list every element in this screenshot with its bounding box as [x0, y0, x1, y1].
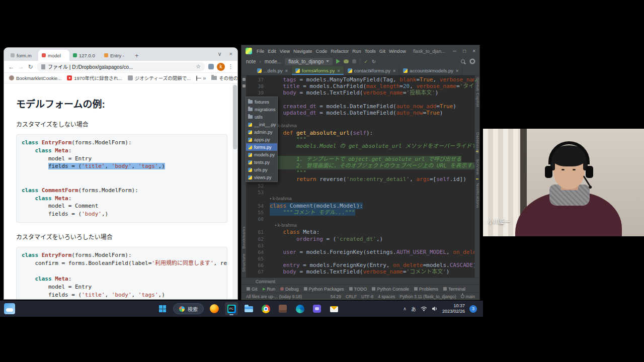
tree-item-admin[interactable]: admin.py	[246, 128, 277, 136]
tray-chevron-icon[interactable]: ∧	[403, 306, 407, 311]
profile-avatar[interactable]: k	[217, 63, 225, 71]
stop-icon[interactable]	[352, 59, 356, 63]
taskbar-app-pycharm[interactable]	[225, 302, 238, 315]
line-separator[interactable]: CRLF	[346, 294, 357, 299]
minimize-icon[interactable]: ─	[453, 48, 456, 54]
code-line[interactable]: 46 models.Model の get_absolute_url メソッドを…	[247, 143, 474, 149]
menu-code[interactable]: Code	[315, 48, 328, 54]
other-bookmarks-folder[interactable]: その他のブックマーク	[211, 74, 237, 81]
taskbar-app-purple[interactable]	[310, 302, 324, 315]
tree-item-views[interactable]: views.py	[246, 173, 277, 181]
volume-icon[interactable]	[432, 306, 438, 311]
code-line[interactable]: 47	[247, 149, 474, 156]
globe-icon[interactable]	[196, 75, 197, 81]
indent-setting[interactable]: 4 spaces	[378, 294, 395, 299]
tool-button-python-console[interactable]: Python Console	[372, 287, 409, 292]
editor-tab-contact-forms[interactable]: contact¥forms.py ×	[344, 66, 400, 75]
close-tab-icon[interactable]: ×	[393, 68, 395, 73]
editor-tab-forms[interactable]: forms¥forms.py ×	[292, 66, 344, 75]
menu-file[interactable]: File	[256, 48, 265, 54]
editor-tab-models[interactable]: ...dels.py ×	[242, 66, 292, 75]
new-tab-button[interactable]: +	[135, 52, 139, 59]
search-everywhere-icon[interactable]	[461, 59, 465, 63]
tool-button-problems[interactable]: Problems	[414, 287, 438, 292]
close-tab-icon[interactable]: ×	[337, 68, 340, 73]
browser-tab-form[interactable]: form.m	[7, 50, 38, 61]
bookmark-star-icon[interactable]: ☆	[196, 63, 201, 70]
code-line[interactable]: 67 body = models.TextField(verbose_name=…	[247, 268, 474, 275]
tree-item-forms-selected[interactable]: forms.py	[246, 143, 277, 151]
tree-item-apps[interactable]: apps.py	[246, 136, 277, 143]
sciview-tool-label[interactable]: SciView	[475, 159, 479, 175]
tool-button-terminal[interactable]: Terminal	[443, 287, 465, 292]
code-line[interactable]: 37 tags = models.ManyToManyField(Tag, bl…	[247, 76, 474, 83]
start-button[interactable]	[156, 302, 169, 315]
forward-icon[interactable]: →	[18, 63, 24, 70]
widgets-icon[interactable]	[4, 303, 15, 314]
code-editor[interactable]: 37 tags = models.ManyToManyField(Tag, bl…	[247, 75, 474, 278]
commit-icon[interactable]: ✓	[364, 59, 368, 64]
code-line[interactable]: 40	[247, 97, 474, 103]
code-line[interactable]: 63	[247, 242, 474, 249]
project-tool-icon[interactable]	[243, 78, 246, 81]
extension-icon[interactable]	[208, 64, 214, 69]
menu-view[interactable]: View	[279, 48, 290, 54]
taskbar-app-firefox[interactable]	[208, 302, 221, 315]
tree-item-migrations[interactable]: migrations	[246, 106, 277, 113]
run-button[interactable]	[336, 59, 340, 64]
menu-tools[interactable]: Tools	[364, 48, 376, 54]
code-line[interactable]: 55 """コメント モデル..."""	[247, 209, 474, 216]
code-line[interactable]: ▪ k-brahma	[247, 222, 474, 229]
navbar-project[interactable]: note	[246, 59, 256, 64]
close-tab-icon[interactable]: ×	[456, 68, 458, 73]
git-branch-widget[interactable]: main	[461, 294, 475, 299]
code-line[interactable]: 51 return reverse('note:entry_detail', a…	[247, 176, 474, 183]
code-line[interactable]: 50 """	[247, 169, 474, 176]
taskbar-app-edge[interactable]	[293, 302, 306, 315]
tool-button-todo[interactable]: TODO	[349, 287, 367, 292]
browser-menu-icon[interactable]: ⋮	[228, 63, 233, 70]
tool-button-git[interactable]: Git	[247, 287, 258, 292]
debug-button[interactable]	[344, 59, 349, 63]
scrollbar-thumb[interactable]	[233, 85, 237, 149]
file-encoding[interactable]: UTF-8	[361, 294, 373, 299]
taskbar-app-notebook[interactable]	[276, 302, 289, 315]
code-line[interactable]: 48 1. テンプレートで object.get_absolute_url で呼…	[247, 156, 474, 162]
code-line[interactable]: 60	[247, 216, 474, 222]
structure-tool-label[interactable]: Structure	[242, 253, 247, 272]
code-line[interactable]: ▪ k-brahma	[247, 196, 474, 202]
tree-item-urls[interactable]: urls.py	[246, 166, 277, 173]
code-line[interactable]: 64 user = models.ForeignKey(settings.AUT…	[247, 249, 474, 255]
tree-item-tests[interactable]: tests.py	[246, 158, 277, 166]
bookmarks-overflow-icon[interactable]: »	[203, 75, 206, 81]
maximize-icon[interactable]: □	[463, 48, 466, 54]
taskbar-app-mail[interactable]	[328, 302, 341, 315]
code-line[interactable]: 66 entry = models.ForeignKey(Entry, on_d…	[247, 262, 474, 268]
inspections-ok-icon[interactable]: ✓	[474, 78, 478, 83]
tool-button-python-packages[interactable]: Python Packages	[304, 287, 344, 292]
navbar-file[interactable]: mode...	[265, 59, 281, 64]
settings-gear-icon[interactable]	[470, 59, 475, 64]
breadcrumb[interactable]: Comment	[242, 278, 479, 285]
menu-git[interactable]: Git	[379, 48, 386, 54]
browser-tab-entry[interactable]: Entry -	[101, 50, 132, 61]
code-line[interactable]: 42 updated_dt = models.DateTimeField(aut…	[247, 110, 474, 116]
code-line[interactable]: 65	[247, 255, 474, 262]
update-project-icon[interactable]: ↻	[372, 59, 376, 64]
window-close-icon[interactable]: ×	[229, 51, 232, 57]
code-line[interactable]: 38 title = models.CharField(max_length=2…	[247, 83, 474, 89]
code-line[interactable]: 49 2. 管理画面に、そのオブジェクトのウェブページ上の URL を表示するリ…	[247, 162, 474, 169]
menu-refactor[interactable]: Refactor	[330, 48, 349, 54]
bookmarks-tool-label[interactable]: Bookmarks	[242, 226, 247, 249]
browser-tab-model[interactable]: model	[38, 50, 69, 61]
menu-edit[interactable]: Edit	[267, 48, 276, 54]
notifications-tool-label[interactable]: Notifications	[475, 183, 479, 208]
warning-stripe-mark[interactable]	[476, 151, 478, 152]
code-line[interactable]: 54class Comment(models.Model):	[247, 203, 474, 209]
tree-item-models[interactable]: models.py	[246, 151, 277, 158]
wifi-icon[interactable]	[421, 306, 427, 311]
code-line[interactable]: 43	[247, 116, 474, 123]
tree-item-fixtures[interactable]: fixtures	[246, 98, 277, 106]
back-icon[interactable]: ←	[8, 63, 15, 70]
bookmark-item[interactable]: ジオシティーズの閉鎖で...	[128, 74, 191, 81]
